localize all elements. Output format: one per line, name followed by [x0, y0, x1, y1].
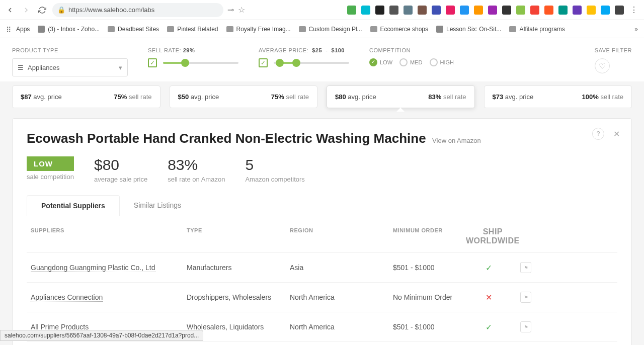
url-text: https://www.salehoo.com/labs: [68, 6, 154, 14]
sell-rate-label: SELL RATE: 29%: [148, 47, 238, 53]
bookmark-label: Pintest Related: [177, 26, 218, 33]
bookmark-label: Custom Design Pl...: [309, 26, 362, 33]
supplier-min-order: $501 - $1000: [393, 323, 466, 331]
card-rate: 100% sell rate: [582, 93, 623, 101]
ship-worldwide-icon: ✓: [466, 263, 511, 273]
bookmark-item[interactable]: Pintest Related: [167, 26, 218, 33]
header-suppliers: SUPPLIERS: [31, 227, 187, 245]
avg-price-label: AVERAGE PRICE: $25 - $100: [259, 47, 349, 53]
competition-med[interactable]: MED: [399, 58, 422, 66]
competition-low[interactable]: LOW: [369, 58, 392, 66]
avg-price-sub: average sale price: [94, 176, 147, 183]
menu-button[interactable]: ⋮: [628, 4, 640, 16]
flag-button[interactable]: ⚑: [520, 292, 531, 303]
close-button[interactable]: ✕: [610, 128, 622, 140]
extension-icon[interactable]: [558, 6, 568, 15]
sell-rate-slider[interactable]: [163, 62, 238, 64]
extension-icon[interactable]: [347, 6, 356, 15]
product-card[interactable]: $87 avg. price75% sell rate: [12, 85, 160, 108]
extension-icon[interactable]: [446, 6, 455, 15]
flag-button[interactable]: ⚑: [520, 262, 531, 273]
extension-icon[interactable]: [404, 6, 413, 15]
bookmark-item[interactable]: Custom Design Pl...: [299, 26, 362, 33]
supplier-row: Appliances Connection Dropshippers, Whol…: [27, 282, 617, 312]
extension-icon[interactable]: [516, 6, 525, 15]
supplier-name-link[interactable]: Appliances Connection: [31, 293, 103, 302]
product-card[interactable]: $80 avg. price83% sell rate: [327, 85, 475, 108]
extension-icon[interactable]: [432, 6, 441, 15]
extension-icon[interactable]: [375, 6, 384, 15]
browser-toolbar: 🔒 https://www.salehoo.com/labs ⊸ ☆ ⋮: [0, 0, 644, 20]
extension-icon[interactable]: [573, 6, 582, 15]
page-icon: [436, 26, 443, 33]
forward-button[interactable]: [20, 4, 32, 16]
bookmark-item[interactable]: (3) - Inbox - Zoho...: [38, 26, 100, 33]
competition-high[interactable]: HIGH: [430, 58, 454, 66]
sell-rate-checkbox[interactable]: ✓: [148, 58, 157, 67]
product-card[interactable]: $73 avg. price100% sell rate: [484, 85, 632, 108]
folder-icon: [167, 26, 174, 32]
bookmark-label: Lesson Six: On-Sit...: [446, 26, 501, 33]
product-type-value: Appliances: [28, 64, 60, 71]
competition-badge-sub: sale competition: [27, 173, 74, 181]
supplier-region: North America: [290, 293, 393, 301]
bookmark-item[interactable]: Affilate programs: [509, 26, 565, 33]
extension-icon[interactable]: [389, 6, 398, 15]
bookmark-item[interactable]: ⠿Apps: [6, 26, 30, 33]
product-card[interactable]: $50 avg. price75% sell rate: [170, 85, 318, 108]
extension-icon[interactable]: [530, 6, 539, 15]
product-cards-row: $87 avg. price75% sell rate$50 avg. pric…: [0, 81, 644, 108]
mail-icon: [38, 26, 45, 33]
extension-icon[interactable]: [418, 6, 427, 15]
address-bar[interactable]: 🔒 https://www.salehoo.com/labs: [52, 3, 223, 17]
bookmark-item[interactable]: Deadbeat Sites: [108, 26, 159, 33]
sell-rate-value: 83%: [168, 156, 225, 174]
extension-icon[interactable]: [361, 6, 370, 15]
avg-price-slider[interactable]: [274, 62, 349, 64]
extension-icon[interactable]: [502, 6, 511, 15]
back-button[interactable]: [4, 4, 16, 16]
extension-icon[interactable]: [460, 6, 469, 15]
save-filter-button[interactable]: ♡: [595, 58, 610, 73]
bookmarks-overflow[interactable]: »: [634, 26, 638, 33]
folder-icon: [226, 26, 233, 32]
bookmark-item[interactable]: Royalty Free Imag...: [226, 26, 291, 33]
save-filter-label: SAVE FILTER: [595, 47, 632, 53]
bookmark-label: Royalty Free Imag...: [236, 26, 291, 33]
extension-icon[interactable]: [587, 6, 596, 15]
bookmark-label: Affilate programs: [519, 26, 565, 33]
flag-button[interactable]: ⚑: [520, 321, 531, 332]
card-price: $73 avg. price: [493, 93, 534, 101]
extension-icon[interactable]: [488, 6, 497, 15]
bookmark-label: Eccomerce shops: [380, 26, 428, 33]
ship-worldwide-icon: ✕: [466, 293, 511, 302]
supplier-type: Manufacturers: [187, 264, 290, 272]
supplier-type: Dropshippers, Wholesalers: [187, 293, 290, 301]
ship-worldwide-icon: ✓: [466, 322, 511, 332]
card-rate: 83% sell rate: [428, 93, 466, 101]
avg-price-value: $80: [94, 156, 147, 174]
extension-icon[interactable]: [474, 6, 483, 15]
product-type-select[interactable]: ☰ Appliances ▾: [12, 58, 128, 76]
sell-rate-sub: sell rate on Amazon: [168, 176, 225, 183]
bookmark-item[interactable]: Lesson Six: On-Sit...: [436, 26, 501, 33]
key-icon[interactable]: ⊸: [227, 5, 234, 15]
reload-button[interactable]: [36, 4, 48, 16]
extension-icon[interactable]: [544, 6, 553, 15]
lock-icon: 🔒: [57, 6, 65, 14]
view-on-amazon-link[interactable]: View on Amazon: [432, 137, 481, 144]
extension-icon[interactable]: [601, 6, 610, 15]
suppliers-table: SUPPLIERS TYPE REGION MINIMUM ORDER SHIP…: [27, 220, 617, 345]
tab-potential-suppliers[interactable]: Potential Suppliers: [27, 195, 120, 216]
competitors-sub: Amazon competitors: [245, 176, 305, 183]
supplier-name-link[interactable]: Guangdong Guangming Plastic Co., Ltd: [31, 264, 155, 272]
competitors-value: 5: [245, 156, 305, 174]
help-button[interactable]: ?: [592, 128, 604, 140]
tab-similar-listings[interactable]: Similar Listings: [120, 195, 195, 216]
card-rate: 75% sell rate: [271, 93, 309, 101]
extension-icon[interactable]: [615, 6, 624, 15]
bookmark-item[interactable]: Eccomerce shops: [370, 26, 428, 33]
avg-price-checkbox[interactable]: ✓: [259, 58, 268, 67]
star-icon[interactable]: ☆: [238, 5, 245, 15]
supplier-row: Petra Industries, LLC Dropshippers, Whol…: [27, 341, 617, 345]
